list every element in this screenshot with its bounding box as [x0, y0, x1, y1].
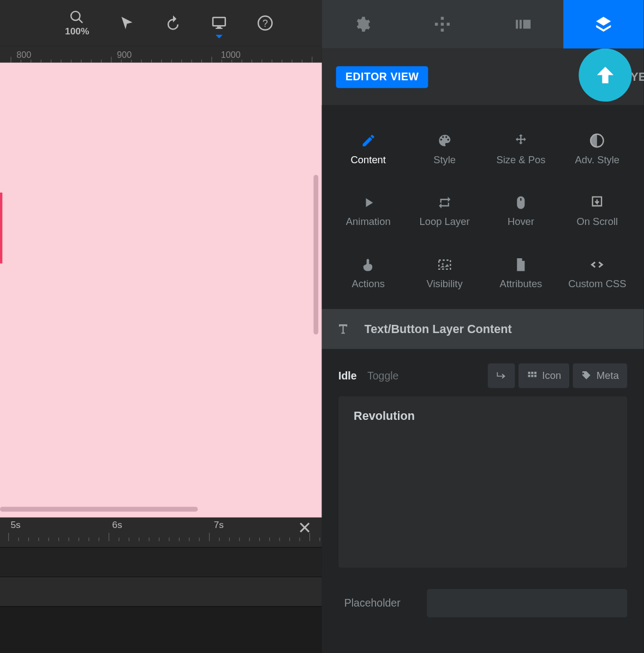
tab-navigation[interactable] — [402, 0, 482, 49]
chip-label: Meta — [597, 370, 619, 382]
category-actions[interactable]: Actions — [330, 242, 407, 305]
tag-icon — [581, 370, 592, 381]
category-label: Size & Pos — [496, 154, 545, 166]
layer-category-grid: ContentStyleSize & PosAdv. StyleAnimatio… — [322, 105, 644, 309]
category-label: Content — [351, 154, 386, 166]
svg-rect-10 — [441, 28, 444, 31]
loop-icon — [437, 195, 452, 210]
svg-rect-20 — [528, 372, 530, 374]
grid-icon — [527, 370, 537, 381]
svg-rect-2 — [213, 17, 225, 26]
insert-linebreak-button[interactable] — [488, 363, 515, 388]
category-on-scroll[interactable]: On Scroll — [559, 180, 635, 242]
category-label: Visibility — [427, 278, 463, 290]
insert-icon-button[interactable]: Icon — [518, 363, 569, 388]
vertical-scrollbar[interactable] — [314, 175, 319, 334]
placeholder-label: Placeholder — [338, 597, 427, 609]
category-label: On Scroll — [576, 216, 618, 228]
timeline-ruler: 5s 6s 7s — [0, 518, 322, 547]
selected-layer-handle[interactable] — [0, 193, 2, 264]
category-label: Animation — [346, 216, 391, 228]
placeholder-input[interactable] — [427, 589, 627, 618]
category-animation[interactable]: Animation — [330, 180, 407, 242]
mouse-icon — [513, 195, 528, 210]
linebreak-icon — [496, 370, 506, 381]
svg-point-19 — [442, 263, 444, 265]
touch-icon — [361, 257, 376, 272]
category-label: Custom CSS — [568, 278, 626, 290]
timeline-track[interactable] — [0, 577, 322, 606]
svg-rect-4 — [216, 28, 223, 29]
zoom-level: 100% — [65, 26, 89, 37]
insert-meta-button[interactable]: Meta — [573, 363, 627, 388]
dashedimg-icon — [437, 257, 452, 272]
layer-text-content: Revolution — [354, 409, 612, 423]
editor-canvas[interactable] — [0, 63, 322, 518]
svg-point-0 — [71, 11, 80, 20]
tab-settings[interactable] — [322, 0, 402, 49]
section-title: Text/Button Layer Content — [365, 322, 512, 336]
svg-rect-15 — [519, 20, 521, 28]
svg-rect-18 — [439, 260, 450, 269]
timeline-mark: 7s — [214, 520, 224, 530]
zoom-tool[interactable]: 100% — [65, 9, 89, 37]
svg-rect-14 — [516, 20, 518, 28]
svg-rect-25 — [534, 375, 536, 377]
category-hover[interactable]: Hover — [483, 180, 559, 242]
category-adv-style[interactable]: Adv. Style — [559, 118, 635, 180]
timeline-close-button[interactable] — [298, 521, 311, 536]
cursor-tool[interactable] — [118, 15, 135, 31]
layer-text-editor[interactable]: Revolution — [338, 396, 627, 568]
tab-slides[interactable] — [483, 0, 563, 49]
svg-rect-16 — [523, 20, 530, 28]
svg-rect-12 — [447, 23, 450, 26]
category-content[interactable]: Content — [330, 118, 407, 180]
content-panel: Idle Toggle Icon Meta Revolution Placeh — [322, 349, 644, 653]
svg-rect-9 — [441, 17, 444, 20]
category-custom-css[interactable]: Custom CSS — [559, 242, 635, 305]
category-label: Actions — [352, 278, 385, 290]
horizontal-scrollbar[interactable] — [0, 507, 198, 512]
file-icon — [513, 257, 528, 272]
svg-rect-13 — [441, 23, 444, 26]
tab-layers[interactable] — [563, 0, 643, 49]
timeline-mark: 5s — [10, 520, 20, 530]
svg-rect-22 — [534, 372, 536, 374]
code-icon — [589, 257, 605, 272]
svg-rect-3 — [217, 27, 222, 28]
palette-icon — [437, 133, 452, 148]
category-visibility[interactable]: Visibility — [407, 242, 483, 305]
category-style[interactable]: Style — [407, 118, 483, 180]
svg-text:?: ? — [263, 18, 268, 29]
timeline-track[interactable] — [0, 606, 322, 653]
download-icon — [589, 195, 605, 210]
state-tab-idle[interactable]: Idle — [338, 370, 357, 382]
category-loop-layer[interactable]: Loop Layer — [407, 180, 483, 242]
editor-view-pill[interactable]: EDITOR VIEW — [336, 66, 428, 88]
svg-line-1 — [79, 19, 83, 23]
move-icon — [513, 133, 528, 148]
svg-rect-21 — [531, 372, 533, 374]
svg-rect-24 — [531, 375, 533, 377]
category-size-pos[interactable]: Size & Pos — [483, 118, 559, 180]
right-panel-tabs — [322, 0, 644, 49]
help-tool[interactable]: ? — [257, 15, 273, 31]
svg-rect-23 — [528, 375, 530, 377]
device-preview-tool[interactable] — [211, 15, 227, 31]
undo-tool[interactable] — [165, 15, 181, 31]
category-label: Loop Layer — [420, 216, 470, 228]
section-header: Text/Button Layer Content — [322, 309, 644, 349]
timeline-track[interactable] — [0, 547, 322, 577]
scroll-to-top-button[interactable] — [579, 49, 631, 102]
text-icon — [336, 322, 350, 336]
ruler-horizontal: 800 900 1000 — [0, 46, 322, 62]
category-label: Hover — [508, 216, 534, 228]
state-tab-toggle[interactable]: Toggle — [367, 370, 398, 382]
category-attributes[interactable]: Attributes — [483, 242, 559, 305]
category-label: Attributes — [500, 278, 542, 290]
dropdown-indicator-icon — [216, 35, 223, 38]
category-label: Adv. Style — [575, 154, 619, 166]
chip-label: Icon — [542, 370, 561, 382]
pencil-icon — [361, 133, 376, 148]
svg-rect-11 — [435, 23, 438, 26]
